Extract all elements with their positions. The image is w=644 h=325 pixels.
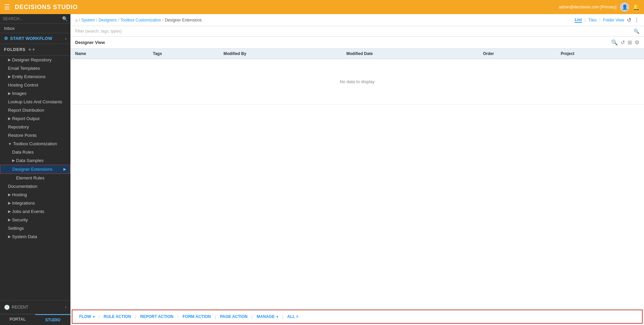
sidebar-nav: ▶Designer Repository Email Templates ▶En… bbox=[0, 56, 70, 300]
view-list[interactable]: List bbox=[575, 17, 582, 23]
sidebar-item-settings[interactable]: Settings bbox=[0, 224, 70, 232]
sidebar-item-email-templates[interactable]: Email Templates bbox=[0, 64, 70, 72]
start-workflow-button[interactable]: ⚙ START WORKFLOW ‹ bbox=[0, 33, 70, 44]
app-title: DECISIONS STUDIO bbox=[15, 4, 559, 11]
sidebar-item-element-rules[interactable]: Element Rules bbox=[0, 174, 70, 182]
section-grid-icon[interactable]: ⊞ bbox=[628, 39, 632, 46]
content-area: ⌂ / System / Designers / Toolbox Customi… bbox=[70, 14, 644, 325]
section-header: Designer View 🔍 ↺ ⊞ ⚙ bbox=[70, 37, 644, 49]
clock-icon: 🕐 bbox=[4, 305, 10, 310]
col-order: Order bbox=[478, 49, 556, 59]
workflow-label: START WORKFLOW bbox=[10, 36, 52, 41]
action-form-button[interactable]: FORM ACTION bbox=[179, 313, 214, 320]
sidebar-item-images[interactable]: ▶Images bbox=[0, 89, 70, 98]
sidebar-item-lookup-lists[interactable]: Lookup Lists And Constants bbox=[0, 98, 70, 106]
breadcrumb-designers[interactable]: Designers bbox=[99, 18, 117, 22]
view-folder[interactable]: Folder View bbox=[603, 18, 624, 22]
section-title: Designer View bbox=[75, 40, 105, 45]
recent-collapse-icon[interactable]: ‹ bbox=[65, 305, 66, 310]
action-page-button[interactable]: PAGE ACTION bbox=[217, 313, 251, 320]
table-container: Name Tags Modified By Modified Date Orde… bbox=[70, 49, 644, 308]
manage-dropdown-icon: ▾ bbox=[276, 315, 278, 319]
action-all-button[interactable]: All > bbox=[284, 313, 302, 320]
bottom-action-bar: FLOW ▾ | RULE ACTION | REPORT ACTION | F… bbox=[72, 310, 643, 324]
breadcrumb-sep-2: / bbox=[118, 18, 119, 22]
refresh-icon[interactable]: ↺ bbox=[627, 17, 631, 23]
tab-studio[interactable]: STUDIO bbox=[35, 314, 70, 325]
user-label: admin@decisions.com [Primary] bbox=[559, 5, 616, 9]
breadcrumb-sep-0: / bbox=[79, 18, 80, 22]
breadcrumb-current: Designer Extensions bbox=[165, 18, 202, 22]
sidebar-item-data-samples[interactable]: ▶Data Samples bbox=[0, 156, 70, 165]
breadcrumb-sep-3: / bbox=[162, 18, 163, 22]
filter-search-icon[interactable]: 🔍 bbox=[634, 29, 639, 34]
recent-header[interactable]: 🕐 RECENT ‹ bbox=[0, 303, 70, 312]
workflow-collapse-icon: ‹ bbox=[65, 37, 66, 41]
top-header: ☰ DECISIONS STUDIO admin@decisions.com [… bbox=[0, 0, 644, 14]
breadcrumb: ⌂ / System / Designers / Toolbox Customi… bbox=[75, 18, 202, 22]
home-icon[interactable]: ⌂ bbox=[75, 18, 77, 22]
search-icon: 🔍 bbox=[62, 16, 68, 21]
sidebar-item-data-rules[interactable]: Data Rules bbox=[0, 148, 70, 156]
table-row: No data to display bbox=[70, 59, 644, 105]
sidebar-tabs: PORTAL STUDIO bbox=[0, 314, 70, 325]
sidebar-search-container: 🔍 bbox=[0, 14, 70, 24]
sidebar-item-hosting-control[interactable]: Hosting Control bbox=[0, 81, 70, 89]
section-icons: 🔍 ↺ ⊞ ⚙ bbox=[611, 39, 639, 46]
section-refresh-icon[interactable]: ↺ bbox=[621, 39, 625, 46]
sidebar: 🔍 Inbox ⚙ START WORKFLOW ‹ FOLDERS + ▾ ▶… bbox=[0, 14, 70, 325]
filter-bar: 🔍 bbox=[70, 26, 644, 37]
sidebar-item-toolbox-customization[interactable]: ▼Toolbox Customization bbox=[0, 140, 70, 148]
action-manage-button[interactable]: Manage ▾ bbox=[253, 313, 281, 320]
action-report-button[interactable]: REPORT ACTION bbox=[137, 313, 177, 320]
add-folder-icon[interactable]: + bbox=[28, 47, 32, 53]
avatar[interactable]: 👤 bbox=[620, 2, 629, 12]
sidebar-item-jobs-and-events[interactable]: ▶Jobs and Events bbox=[0, 207, 70, 216]
sidebar-item-restore-points[interactable]: Restore Points bbox=[0, 131, 70, 140]
col-modified-by: Modified By bbox=[219, 49, 342, 59]
sidebar-item-report-distribution[interactable]: Report Distribution bbox=[0, 106, 70, 114]
sidebar-item-documentation[interactable]: Documentation bbox=[0, 182, 70, 191]
flow-dropdown-icon: ▾ bbox=[93, 315, 95, 319]
table-header-row: Name Tags Modified By Modified Date Orde… bbox=[70, 49, 644, 59]
data-table: Name Tags Modified By Modified Date Orde… bbox=[70, 49, 644, 105]
sidebar-item-repository[interactable]: Repository bbox=[0, 123, 70, 131]
more-options-icon[interactable]: ⋮ bbox=[634, 17, 639, 23]
col-project: Project bbox=[556, 49, 644, 59]
folders-header: FOLDERS + ▾ bbox=[0, 44, 70, 56]
breadcrumb-toolbox[interactable]: Toolbox Customization bbox=[120, 18, 161, 22]
col-tags: Tags bbox=[148, 49, 219, 59]
sidebar-bottom: 🕐 RECENT ‹ bbox=[0, 300, 70, 314]
main-layout: 🔍 Inbox ⚙ START WORKFLOW ‹ FOLDERS + ▾ ▶… bbox=[0, 14, 644, 325]
breadcrumb-bar: ⌂ / System / Designers / Toolbox Customi… bbox=[70, 14, 644, 26]
designer-extensions-arrow-icon: ▶ bbox=[63, 167, 66, 171]
sidebar-item-integrations[interactable]: ▶Integrations bbox=[0, 199, 70, 207]
action-flow-button[interactable]: FLOW ▾ bbox=[76, 313, 98, 320]
sidebar-item-designer-extensions[interactable]: Designer Extensions ▶ bbox=[0, 165, 70, 174]
view-tiles[interactable]: Tiles bbox=[588, 18, 597, 22]
filter-input[interactable] bbox=[75, 28, 634, 35]
hamburger-icon[interactable]: ☰ bbox=[4, 3, 10, 11]
tab-portal[interactable]: PORTAL bbox=[0, 314, 35, 325]
sidebar-item-designer-repository[interactable]: ▶Designer Repository bbox=[0, 56, 70, 64]
sidebar-item-entity-extensions[interactable]: ▶Entity Extensions bbox=[0, 72, 70, 81]
no-data-message: No data to display bbox=[70, 59, 644, 105]
section-settings-icon[interactable]: ⚙ bbox=[635, 39, 639, 46]
breadcrumb-system[interactable]: System bbox=[82, 18, 95, 22]
sidebar-item-security[interactable]: ▶Security bbox=[0, 216, 70, 224]
sidebar-inbox[interactable]: Inbox bbox=[0, 24, 70, 33]
breadcrumb-sep-1: / bbox=[96, 18, 97, 22]
action-rule-button[interactable]: RULE ACTION bbox=[100, 313, 135, 320]
sidebar-item-report-output[interactable]: ▶Report Output bbox=[0, 114, 70, 123]
search-input[interactable] bbox=[3, 16, 62, 21]
folders-chevron-icon[interactable]: ▾ bbox=[33, 47, 35, 52]
section-search-icon[interactable]: 🔍 bbox=[611, 39, 618, 46]
sidebar-item-hosting[interactable]: ▶Hosting bbox=[0, 191, 70, 199]
sidebar-item-system-data[interactable]: ▶System Data bbox=[0, 232, 70, 241]
view-controls: List | Tiles | Folder View ↺ ⋮ bbox=[575, 17, 639, 23]
recent-label: RECENT bbox=[12, 305, 28, 310]
workflow-icon: ⚙ bbox=[4, 36, 8, 41]
header-right: admin@decisions.com [Primary] 👤 🔔 bbox=[559, 2, 640, 12]
col-modified-date: Modified Date bbox=[342, 49, 478, 59]
bell-icon[interactable]: 🔔 bbox=[633, 3, 640, 11]
